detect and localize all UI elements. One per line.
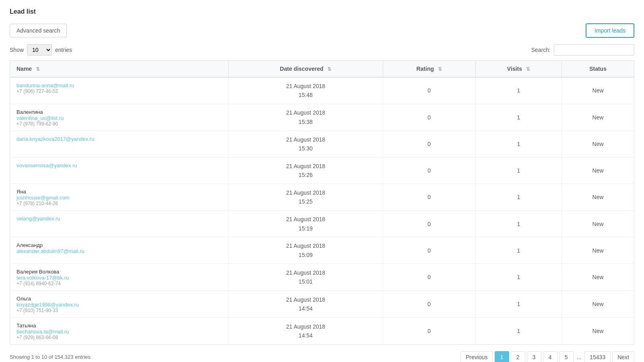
cell-date: 21 August 201815:26: [229, 157, 383, 184]
pagination: Previous 1 2 3 4 5 ... 15433 Next: [460, 351, 634, 362]
lead-name: Валентина: [17, 109, 222, 115]
pagination-next[interactable]: Next: [612, 351, 634, 362]
cell-name: daria.knyazkova2017@yandex.ru: [10, 131, 229, 157]
cell-name: bandurina-anna@mail.ru+7 (906) 727-46-52: [10, 77, 229, 104]
pagination-page-2[interactable]: 2: [511, 351, 525, 362]
cell-status: New: [562, 77, 634, 104]
table-row[interactable]: Татьянаbechanova.ta@mail.ru+7 (929) 863-…: [10, 317, 634, 344]
table-row[interactable]: Александрalexander.abdulin97@mail.ru21 A…: [10, 237, 634, 264]
sort-icon-rating: ⇅: [438, 66, 442, 72]
search-label: Search:: [531, 47, 551, 53]
page-container: Lead list Advanced search Import leads S…: [0, 0, 644, 362]
lead-name: Ольга: [17, 296, 222, 302]
cell-name: Валентинаvalentina_us@list.ru+7 (978) 79…: [10, 104, 229, 131]
cell-visits: 1: [475, 131, 561, 157]
lead-email[interactable]: lera.volkova-17@bk.ru: [17, 275, 222, 281]
col-header-visits[interactable]: Visits ⇅: [475, 61, 561, 77]
show-label: Show: [10, 47, 24, 53]
pagination-page-4[interactable]: 4: [543, 351, 557, 362]
lead-email[interactable]: bechanova.ta@mail.ru: [17, 329, 222, 335]
pagination-previous[interactable]: Previous: [460, 351, 493, 362]
sort-icon-visits: ⇅: [526, 66, 530, 72]
table-row[interactable]: vovansemosa@yandex.ru21 August 201815:26…: [10, 157, 634, 184]
lead-email[interactable]: daria.knyazkova2017@yandex.ru: [17, 136, 222, 142]
entries-label: entries: [55, 47, 72, 53]
advanced-search-button[interactable]: Advanced search: [10, 24, 67, 37]
lead-email[interactable]: velang@yandex.ru: [17, 216, 222, 222]
cell-status: New: [562, 104, 634, 131]
cell-rating: 0: [383, 263, 475, 290]
lead-email[interactable]: bandurina-anna@mail.ru: [17, 82, 222, 88]
lead-email[interactable]: jushhouse@gmail.com: [17, 195, 222, 201]
cell-rating: 0: [383, 184, 475, 211]
lead-phone: +7 (910) 751-90-33: [17, 308, 222, 313]
cell-name: Александрalexander.abdulin97@mail.ru: [10, 237, 229, 264]
leads-table: Name ⇅ Date discovered ⇅ Rating ⇅ Visits…: [10, 61, 634, 344]
cell-date: 21 August 201815:30: [229, 131, 383, 157]
cell-visits: 1: [475, 77, 561, 104]
cell-visits: 1: [475, 157, 561, 184]
lead-name: Татьяна: [17, 323, 222, 329]
cell-visits: 1: [475, 237, 561, 264]
cell-rating: 0: [383, 237, 475, 264]
lead-phone: +7 (978) 799-62-90: [17, 121, 222, 127]
cell-rating: 0: [383, 77, 475, 104]
lead-email[interactable]: knyazdge1998@yandex.ru: [17, 302, 222, 308]
lead-email[interactable]: valentina_us@list.ru: [17, 115, 222, 121]
cell-date: 21 August 201815:48: [229, 77, 383, 104]
lead-email[interactable]: alexander.abdulin97@mail.ru: [17, 248, 222, 254]
lead-email[interactable]: vovansemosa@yandex.ru: [17, 162, 222, 169]
cell-visits: 1: [475, 290, 561, 317]
table-row[interactable]: Валентинаvalentina_us@list.ru+7 (978) 79…: [10, 104, 634, 131]
cell-status: New: [562, 263, 634, 290]
lead-phone: +7 (978) 210-44-26: [17, 201, 222, 206]
cell-visits: 1: [475, 104, 561, 131]
col-header-date[interactable]: Date discovered ⇅: [229, 61, 383, 77]
cell-name: Валерия Волковаlera.volkova-17@bk.ru+7 (…: [10, 263, 229, 290]
cell-rating: 0: [383, 290, 475, 317]
import-leads-button[interactable]: Import leads: [586, 23, 634, 38]
cell-status: New: [562, 184, 634, 211]
table-row[interactable]: bandurina-anna@mail.ru+7 (906) 727-46-52…: [10, 77, 634, 104]
show-entries: Show 10 25 50 100 entries: [10, 44, 72, 56]
entries-select[interactable]: 10 25 50 100: [27, 44, 52, 56]
lead-phone: +7 (929) 863-66-08: [17, 335, 222, 340]
cell-visits: 1: [475, 184, 561, 211]
table-row[interactable]: Янаjushhouse@gmail.com+7 (978) 210-44-26…: [10, 184, 634, 211]
pagination-last-page[interactable]: 15433: [584, 351, 611, 362]
footer-row: Showing 1 to 10 of 154,323 entries Previ…: [10, 351, 634, 362]
lead-name: Александр: [17, 242, 222, 248]
cell-name: Ольгаknyazdge1998@yandex.ru+7 (910) 751-…: [10, 290, 229, 317]
table-row[interactable]: daria.knyazkova2017@yandex.ru21 August 2…: [10, 131, 634, 157]
lead-phone: +7 (914) 8940-62-74: [17, 281, 222, 286]
cell-date: 21 August 201814:54: [229, 290, 383, 317]
cell-status: New: [562, 131, 634, 157]
cell-rating: 0: [383, 317, 475, 344]
cell-visits: 1: [475, 317, 561, 344]
cell-visits: 1: [475, 263, 561, 290]
cell-name: vovansemosa@yandex.ru: [10, 157, 229, 184]
cell-date: 21 August 201815:25: [229, 184, 383, 211]
cell-status: New: [562, 237, 634, 264]
pagination-page-5[interactable]: 5: [559, 351, 574, 362]
cell-name: velang@yandex.ru: [10, 211, 229, 237]
table-row[interactable]: Валерия Волковаlera.volkova-17@bk.ru+7 (…: [10, 263, 634, 290]
pagination-page-3[interactable]: 3: [527, 351, 541, 362]
leads-table-wrapper: Name ⇅ Date discovered ⇅ Rating ⇅ Visits…: [10, 60, 634, 345]
toolbar: Advanced search Import leads: [10, 23, 634, 38]
lead-name: Валерия Волкова: [17, 269, 222, 275]
col-header-status: Status: [562, 61, 634, 77]
cell-rating: 0: [383, 211, 475, 237]
table-row[interactable]: Ольгаknyazdge1998@yandex.ru+7 (910) 751-…: [10, 290, 634, 317]
search-input[interactable]: [554, 44, 634, 56]
col-header-name[interactable]: Name ⇅: [10, 61, 229, 77]
cell-name: Татьянаbechanova.ta@mail.ru+7 (929) 863-…: [10, 317, 229, 344]
pagination-ellipsis: ...: [575, 352, 583, 362]
table-row[interactable]: velang@yandex.ru21 August 201815:1901New: [10, 211, 634, 237]
controls-row: Show 10 25 50 100 entries Search:: [10, 44, 634, 56]
col-header-rating[interactable]: Rating ⇅: [383, 61, 475, 77]
lead-name: Яна: [17, 189, 222, 195]
cell-name: Янаjushhouse@gmail.com+7 (978) 210-44-26: [10, 184, 229, 211]
pagination-page-1[interactable]: 1: [495, 351, 509, 362]
cell-rating: 0: [383, 131, 475, 157]
